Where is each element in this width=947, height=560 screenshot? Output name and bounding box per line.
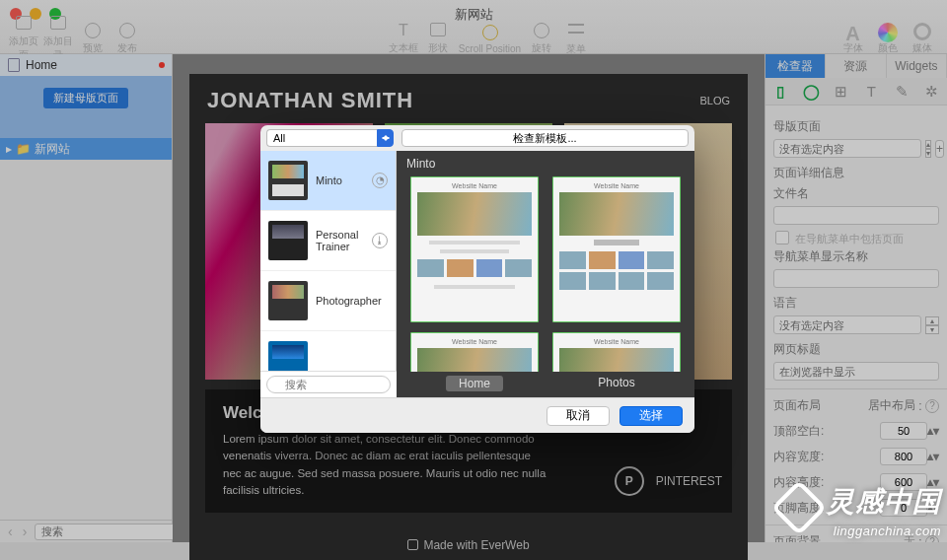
preview-title: Minto [397,151,694,176]
preview-label-home: Home [446,376,503,391]
filter-select[interactable] [266,129,377,147]
preview-page[interactable]: Website Name [410,332,539,372]
template-item-minto[interactable]: Minto ◔ [260,151,396,211]
cancel-button[interactable]: 取消 [546,406,610,426]
preview-page-photos[interactable]: Website Name [552,176,681,322]
template-item[interactable] [260,331,396,371]
preview-page-home[interactable]: Website Name [410,176,539,322]
preview-page[interactable]: Website Name [552,332,681,372]
template-item-photographer[interactable]: Photographer [260,271,396,331]
clock-icon: ◔ [372,173,388,188]
download-icon[interactable]: ⭳ [372,233,388,248]
template-picker-modal: 检查新模板... Minto ◔ Personal Trainer ⭳ Phot… [260,125,694,433]
select-button[interactable]: 选择 [619,406,683,426]
template-preview: Minto Website Name Website Name Website … [397,151,694,397]
preview-label-photos: Photos [552,376,681,391]
template-search-input[interactable] [266,376,391,393]
template-list[interactable]: Minto ◔ Personal Trainer ⭳ Photographer [260,151,397,371]
template-item-trainer[interactable]: Personal Trainer ⭳ [260,211,396,271]
filter-dropdown-button[interactable] [377,129,394,147]
check-new-templates-button[interactable]: 检查新模板... [401,129,689,147]
